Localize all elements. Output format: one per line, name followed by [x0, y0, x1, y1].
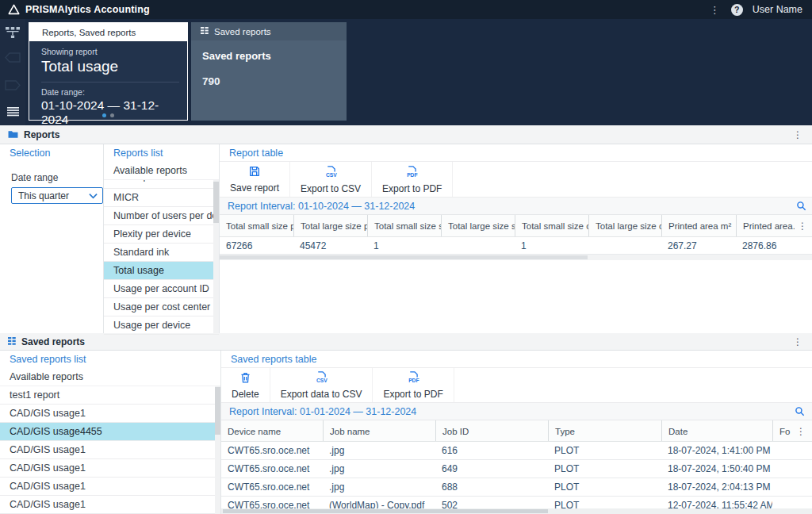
button-label: Save report — [230, 182, 279, 194]
list-item[interactable]: Total usage — [104, 262, 219, 280]
export-data-csv-button[interactable]: CSV Export data to CSV — [270, 368, 373, 402]
table-cell: PLOT — [548, 442, 661, 459]
list-item-clipped[interactable]: Media print mode — [104, 180, 219, 189]
table-cell — [772, 460, 793, 478]
menu-icon[interactable] — [0, 107, 25, 117]
table-cell — [772, 478, 793, 496]
panel-title: Saved reports list — [0, 351, 220, 368]
saved-reports-label: Saved reports — [202, 50, 335, 62]
scrollbar-thumb[interactable] — [213, 182, 219, 223]
column-header[interactable]: Fo — [772, 420, 793, 441]
table-cell: 67266 — [220, 237, 293, 254]
column-header[interactable]: Job name — [323, 420, 435, 441]
hierarchy-icon[interactable] — [0, 27, 25, 39]
card-divider — [41, 82, 179, 82]
report-table-hscrollbar[interactable] — [220, 255, 812, 260]
list-item[interactable]: CAD/GIS usage1 — [0, 478, 220, 496]
saved-reports-section: Saved reports ⋮ Saved reports list Avail… — [0, 333, 812, 514]
tag-right-icon[interactable] — [0, 80, 25, 90]
save-report-button[interactable]: Save report — [220, 162, 290, 197]
column-header[interactable]: Device name — [221, 420, 323, 441]
reports-list-scrollbar[interactable] — [213, 180, 219, 333]
dashboard-strip: Reports, Saved reports Showing report To… — [0, 19, 812, 125]
csv-icon: CSV — [315, 370, 328, 387]
list-item[interactable]: CAD/GIS usage1 — [0, 459, 220, 478]
table-row[interactable]: CWT65.sro.oce.net.jpg649PLOT18-07-2024, … — [221, 460, 812, 478]
column-menu-icon[interactable]: ⋮ — [795, 215, 812, 236]
column-header[interactable]: Printed area m² — [661, 215, 736, 236]
reports-summary-card[interactable]: Reports, Saved reports Showing report To… — [29, 22, 188, 121]
card-header: Reports, Saved reports — [29, 23, 187, 41]
list-item[interactable]: Standard ink — [104, 244, 219, 262]
scrollbar-thumb[interactable] — [223, 509, 548, 513]
csv-icon: CSV — [324, 165, 338, 182]
column-header[interactable]: Printed area... — [736, 215, 795, 236]
column-header[interactable]: Total small size c... — [515, 215, 588, 236]
export-pdf-button[interactable]: PDF Export to PDF — [372, 162, 453, 197]
list-item[interactable]: Usage per account ID — [104, 280, 219, 298]
chevron-down-icon — [89, 190, 98, 201]
report-table-toolbar: Save report CSV Export to CSV PDF Export… — [220, 162, 812, 198]
overflow-menu-icon[interactable]: ⋮ — [702, 4, 728, 16]
carousel-dot[interactable] — [110, 113, 114, 117]
help-icon[interactable]: ? — [731, 4, 743, 16]
table-cell — [772, 442, 793, 459]
list-item[interactable]: CAD/GIS usage1 — [0, 405, 220, 423]
carousel-dot-active[interactable] — [102, 113, 106, 117]
card-body: Showing report Total usage Date range: 0… — [29, 41, 187, 120]
pdf-icon: PDF — [407, 370, 420, 387]
list-item[interactable]: Plexity per device — [104, 225, 219, 244]
list-item[interactable]: CAD/GIS usage4455 — [0, 423, 220, 441]
button-label: Export data to CSV — [281, 389, 362, 400]
section-title: Saved reports — [21, 336, 85, 347]
list-item[interactable]: test1 report — [0, 386, 220, 405]
table-row[interactable]: 672664547211267.272876.86 — [220, 237, 812, 255]
export-csv-button[interactable]: CSV Export to CSV — [290, 162, 372, 197]
list-item[interactable]: Number of users per device — [104, 207, 219, 225]
list-item-label: Media print mode — [113, 180, 190, 182]
prisma-logo-icon — [8, 4, 20, 15]
delete-button[interactable]: Delete — [221, 368, 270, 402]
saved-table-hscrollbar[interactable] — [221, 508, 812, 514]
column-header[interactable]: Total large size s... — [441, 215, 515, 236]
scrollbar-thumb[interactable] — [220, 255, 588, 259]
saved-reports-card[interactable]: Saved reports Saved reports 790 — [191, 22, 347, 121]
table-row[interactable]: CWT65.sro.oce.net.jpg616PLOT18-07-2024, … — [221, 442, 812, 460]
column-header[interactable]: Type — [548, 420, 661, 441]
column-header[interactable]: Date — [661, 420, 772, 441]
list-item[interactable]: Usage per cost center — [104, 298, 219, 316]
list-item[interactable]: Usage per device — [104, 316, 219, 335]
pdf-icon: PDF — [405, 165, 419, 182]
column-header[interactable]: Total large size p... — [293, 215, 367, 236]
table-cell: 1 — [367, 237, 441, 254]
delete-icon — [239, 371, 251, 387]
reports-section-bar: Reports ⋮ — [0, 125, 812, 144]
saved-table-header: Device nameJob nameJob IDTypeDateFo⋮ — [221, 420, 812, 442]
search-icon[interactable] — [795, 406, 805, 416]
save-icon — [248, 165, 261, 181]
column-header[interactable]: Total small size s... — [367, 215, 441, 236]
search-icon[interactable] — [796, 201, 806, 211]
list-item[interactable]: CAD/GIS usage1 — [0, 441, 220, 459]
tag-left-icon[interactable] — [0, 52, 25, 63]
user-name[interactable]: User Name — [753, 4, 802, 15]
export-pdf-button[interactable]: PDF Export to PDF — [373, 368, 454, 402]
saved-list-scrollbar[interactable] — [215, 386, 220, 514]
card-header: Saved reports — [191, 22, 347, 40]
column-header[interactable]: Total large size c... — [588, 215, 661, 236]
scrollbar-thumb[interactable] — [215, 387, 220, 435]
column-header[interactable]: Job ID — [435, 420, 548, 441]
list-item[interactable]: CAD/GIS usage1 — [0, 496, 220, 514]
table-row[interactable]: CWT65.sro.oce.net.jpg688PLOT18-07-2024, … — [221, 478, 812, 497]
date-range-label: Date range — [11, 172, 103, 183]
section-menu-icon[interactable]: ⋮ — [791, 129, 804, 140]
table-cell: 649 — [435, 460, 548, 478]
column-menu-icon[interactable]: ⋮ — [793, 420, 812, 441]
date-range-select[interactable]: This quarter — [11, 187, 103, 204]
saved-table-body: CWT65.sro.oce.net.jpg616PLOT18-07-2024, … — [221, 442, 812, 514]
list-item[interactable]: MICR — [104, 189, 219, 207]
section-menu-icon[interactable]: ⋮ — [791, 336, 804, 347]
column-header[interactable]: Total small size p... — [220, 215, 293, 236]
report-table-panel: Report table Save report CSV Export to C… — [220, 144, 812, 333]
svg-text:PDF: PDF — [407, 172, 417, 178]
